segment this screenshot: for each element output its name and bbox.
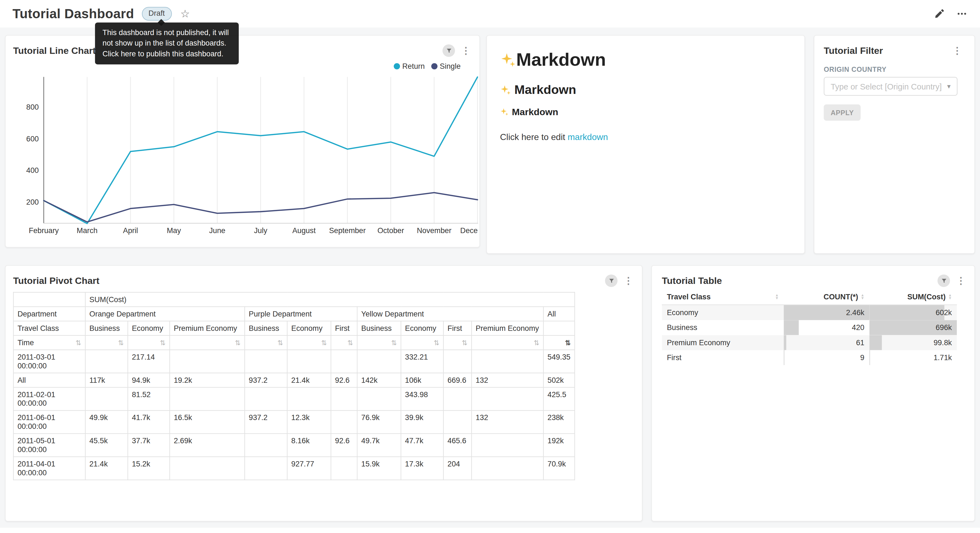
data-table-container: Travel Class▲▼COUNT(*)▲▼SUM(Cost)▲▼Econo… bbox=[662, 289, 957, 365]
pivot-sort-cell: ⇅ bbox=[245, 335, 287, 350]
pivot-class-header: Premium Economy bbox=[471, 321, 543, 335]
favorite-star-icon[interactable]: ☆ bbox=[180, 8, 190, 19]
filter-card: Tutorial Filter ⋮ ORIGIN COUNTRY Type or… bbox=[814, 35, 975, 254]
kebab-menu-icon[interactable]: ⋮ bbox=[624, 274, 633, 287]
pivot-col-dim-label: Department bbox=[14, 307, 85, 321]
pivot-sort-cell: ⇅ bbox=[170, 335, 245, 350]
count-value-bar bbox=[784, 350, 784, 365]
sort-arrows-icon[interactable]: ⇅ bbox=[118, 339, 124, 346]
ellipsis-menu-icon[interactable] bbox=[956, 8, 967, 19]
column-header-sum[interactable]: SUM(Cost)▲▼ bbox=[869, 289, 957, 305]
svg-text:October: October bbox=[377, 226, 404, 235]
sort-arrows-icon[interactable]: ⇅ bbox=[75, 339, 81, 346]
kebab-menu-icon[interactable]: ⋮ bbox=[461, 45, 471, 57]
kebab-menu-icon[interactable]: ⋮ bbox=[952, 45, 962, 57]
legend-dot bbox=[393, 63, 400, 70]
sort-arrows-icon[interactable]: ⇅ bbox=[434, 339, 439, 346]
pivot-class-header: Business bbox=[85, 321, 128, 335]
sort-arrows-icon[interactable]: ⇅ bbox=[321, 339, 327, 346]
sort-arrows-icon[interactable]: ⇅ bbox=[391, 339, 397, 346]
pivot-metric-label: SUM(Cost) bbox=[85, 292, 575, 306]
pivot-cell bbox=[170, 388, 245, 411]
pivot-class-header: Premium Economy bbox=[170, 321, 245, 335]
filter-funnel-icon[interactable] bbox=[442, 45, 455, 57]
pivot-group-header: All bbox=[544, 307, 575, 321]
sort-arrows-icon[interactable]: ⇅ bbox=[565, 339, 571, 346]
column-header-count[interactable]: COUNT(*)▲▼ bbox=[784, 289, 869, 305]
pivot-cell: 549.35 bbox=[544, 350, 575, 373]
sort-arrows-icon[interactable]: ⇅ bbox=[347, 339, 353, 346]
pivot-row: 2011-04-01 00:00:0021.4k15.2k927.7715.9k… bbox=[14, 457, 575, 480]
pivot-cell bbox=[245, 350, 287, 373]
pivot-cell bbox=[85, 350, 128, 373]
pivot-sort-cell: ⇅ bbox=[544, 335, 575, 350]
pivot-cell: 117k bbox=[85, 373, 128, 387]
count-cell: 9 bbox=[784, 350, 869, 365]
pivot-sort-cell: ⇅ bbox=[471, 335, 543, 350]
pivot-cell bbox=[471, 434, 543, 457]
travel-class-cell: Premium Economy bbox=[662, 335, 784, 350]
legend-item[interactable]: Single bbox=[431, 62, 460, 71]
pivot-row: 2011-02-01 00:00:0081.52343.98425.5 bbox=[14, 388, 575, 411]
sort-arrows-icon[interactable]: ⇅ bbox=[160, 339, 165, 346]
pivot-cell: 204 bbox=[443, 457, 471, 480]
pivot-cell bbox=[443, 350, 471, 373]
pivot-sort-cell: ⇅ bbox=[331, 335, 357, 350]
pivot-cell: 16.5k bbox=[170, 410, 245, 434]
line-chart: 200400600800FebruaryMarchAprilMayJuneJul… bbox=[10, 61, 478, 242]
count-cell: 2.46k bbox=[784, 305, 869, 320]
svg-text:200: 200 bbox=[26, 198, 39, 206]
pivot-cell bbox=[245, 457, 287, 480]
pivot-cell: 2.69k bbox=[170, 434, 245, 457]
filter-funnel-icon[interactable] bbox=[605, 274, 617, 287]
pivot-cell bbox=[245, 388, 287, 411]
svg-text:September: September bbox=[329, 226, 366, 235]
sort-arrows-icon[interactable]: ⇅ bbox=[277, 339, 283, 346]
pivot-cell: 937.2 bbox=[245, 410, 287, 434]
pivot-cell: 19.2k bbox=[170, 373, 245, 387]
pivot-sort-cell: ⇅ bbox=[357, 335, 401, 350]
origin-country-select[interactable]: Type or Select [Origin Country] ▾ bbox=[824, 77, 958, 96]
pivot-cell: 21.4k bbox=[85, 457, 128, 480]
svg-text:February: February bbox=[29, 226, 59, 235]
line-chart-card: Tutorial Line Chart ⋮ ReturnSingle 20040… bbox=[5, 35, 480, 248]
data-table: Travel Class▲▼COUNT(*)▲▼SUM(Cost)▲▼Econo… bbox=[662, 289, 957, 365]
kebab-menu-icon[interactable]: ⋮ bbox=[956, 274, 966, 287]
sort-arrows-icon[interactable]: ⇅ bbox=[462, 339, 468, 346]
pivot-cell bbox=[85, 388, 128, 411]
legend-item[interactable]: Return bbox=[393, 62, 425, 71]
pivot-cell: 94.9k bbox=[128, 373, 170, 387]
pivot-sort-cell: ⇅ bbox=[85, 335, 128, 350]
pivot-cell: 217.14 bbox=[128, 350, 170, 373]
pivot-cell: 17.3k bbox=[401, 457, 443, 480]
pivot-cell: 192k bbox=[544, 434, 575, 457]
sum-cell: 696k bbox=[869, 320, 957, 335]
pivot-row: All117k94.9k19.2k937.221.4k92.6142k106k6… bbox=[14, 373, 575, 387]
apply-button[interactable]: APPLY bbox=[824, 104, 861, 121]
card-header: Tutorial Filter ⋮ bbox=[815, 36, 974, 57]
table-row: Premium Economy6199.8k bbox=[662, 335, 957, 350]
dashboard-title: Tutorial Dashboard bbox=[13, 6, 134, 21]
sum-cell: 99.8k bbox=[869, 335, 957, 350]
pivot-cell bbox=[357, 388, 401, 411]
sort-arrows-icon[interactable]: ⇅ bbox=[534, 339, 539, 346]
pivot-cell: 70.9k bbox=[544, 457, 575, 480]
markdown-edit-link[interactable]: markdown bbox=[568, 132, 608, 142]
sum-value-bar bbox=[869, 350, 870, 365]
pivot-table: SUM(Cost)DepartmentOrange DepartmentPurp… bbox=[13, 292, 575, 480]
markdown-footer: Click here to edit markdown bbox=[500, 132, 792, 142]
column-header-travel-class[interactable]: Travel Class▲▼ bbox=[662, 289, 784, 305]
edit-pencil-icon[interactable] bbox=[934, 8, 945, 19]
filter-funnel-icon[interactable] bbox=[937, 274, 950, 287]
pivot-group-header: Purple Department bbox=[245, 307, 357, 321]
draft-badge[interactable]: Draft bbox=[142, 7, 172, 21]
sum-value-bar bbox=[869, 305, 945, 320]
sort-arrows-icon[interactable]: ⇅ bbox=[235, 339, 241, 346]
pivot-row-dim-label: Time⇅ bbox=[14, 335, 85, 350]
markdown-card[interactable]: Markdown Markdown Markdown Click here to… bbox=[486, 35, 805, 254]
pivot-cell bbox=[357, 350, 401, 373]
pivot-cell bbox=[331, 350, 357, 373]
publish-tooltip[interactable]: This dashboard is not published, it will… bbox=[95, 22, 239, 65]
pivot-cell bbox=[331, 457, 357, 480]
sum-value-bar bbox=[869, 335, 881, 350]
